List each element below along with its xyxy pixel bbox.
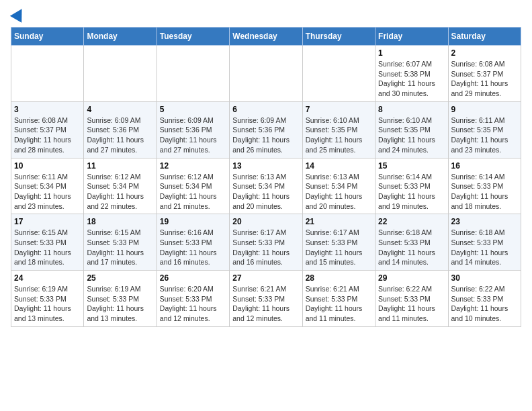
- day-number: 14: [306, 161, 372, 171]
- weekday-label: Thursday: [302, 28, 375, 46]
- day-number: 1: [378, 48, 445, 58]
- day-info: Sunrise: 6:10 AMSunset: 5:35 PMDaylight:…: [306, 116, 372, 155]
- day-number: 6: [232, 105, 299, 114]
- day-number: 4: [87, 105, 153, 114]
- day-info: Sunrise: 6:14 AMSunset: 5:33 PMDaylight:…: [451, 172, 518, 212]
- day-number: 29: [378, 273, 445, 283]
- page-header: [11, 11, 521, 20]
- calendar-cell: [157, 46, 229, 102]
- day-info: Sunrise: 6:12 AMSunset: 5:34 PMDaylight:…: [87, 172, 153, 212]
- calendar-week-row: 1Sunrise: 6:07 AMSunset: 5:38 PMDaylight…: [11, 46, 521, 102]
- calendar-cell: 10Sunrise: 6:11 AMSunset: 5:34 PMDayligh…: [11, 158, 84, 214]
- day-info: Sunrise: 6:22 AMSunset: 5:33 PMDaylight:…: [378, 284, 445, 324]
- day-info: Sunrise: 6:17 AMSunset: 5:33 PMDaylight:…: [232, 228, 299, 267]
- calendar-cell: 29Sunrise: 6:22 AMSunset: 5:33 PMDayligh…: [375, 271, 448, 327]
- calendar-cell: 3Sunrise: 6:08 AMSunset: 5:37 PMDaylight…: [11, 101, 84, 158]
- calendar-cell: 18Sunrise: 6:15 AMSunset: 5:33 PMDayligh…: [84, 214, 157, 271]
- calendar-cell: 5Sunrise: 6:09 AMSunset: 5:36 PMDaylight…: [157, 101, 229, 158]
- calendar-cell: 4Sunrise: 6:09 AMSunset: 5:36 PMDaylight…: [84, 101, 157, 158]
- day-info: Sunrise: 6:19 AMSunset: 5:33 PMDaylight:…: [14, 284, 81, 324]
- day-number: 30: [451, 273, 518, 283]
- day-number: 20: [232, 217, 299, 226]
- calendar-cell: 27Sunrise: 6:21 AMSunset: 5:33 PMDayligh…: [230, 271, 302, 327]
- day-info: Sunrise: 6:13 AMSunset: 5:34 PMDaylight:…: [232, 172, 299, 212]
- day-number: 17: [14, 217, 81, 226]
- calendar-cell: 23Sunrise: 6:18 AMSunset: 5:33 PMDayligh…: [448, 214, 521, 271]
- calendar-cell: 16Sunrise: 6:14 AMSunset: 5:33 PMDayligh…: [448, 158, 521, 214]
- calendar-cell: [302, 46, 375, 102]
- day-info: Sunrise: 6:13 AMSunset: 5:34 PMDaylight:…: [306, 172, 372, 212]
- day-info: Sunrise: 6:19 AMSunset: 5:33 PMDaylight:…: [87, 284, 153, 324]
- calendar-cell: 11Sunrise: 6:12 AMSunset: 5:34 PMDayligh…: [84, 158, 157, 214]
- calendar-table: SundayMondayTuesdayWednesdayThursdayFrid…: [11, 27, 521, 327]
- calendar-cell: 22Sunrise: 6:18 AMSunset: 5:33 PMDayligh…: [375, 214, 448, 271]
- calendar-cell: 9Sunrise: 6:11 AMSunset: 5:35 PMDaylight…: [448, 101, 521, 158]
- day-number: 18: [87, 217, 153, 226]
- calendar-cell: 7Sunrise: 6:10 AMSunset: 5:35 PMDaylight…: [302, 101, 375, 158]
- day-info: Sunrise: 6:16 AMSunset: 5:33 PMDaylight:…: [160, 228, 226, 267]
- calendar-cell: 13Sunrise: 6:13 AMSunset: 5:34 PMDayligh…: [230, 158, 302, 214]
- day-info: Sunrise: 6:09 AMSunset: 5:36 PMDaylight:…: [232, 116, 299, 155]
- day-number: 27: [232, 273, 299, 283]
- calendar-cell: 30Sunrise: 6:22 AMSunset: 5:33 PMDayligh…: [448, 271, 521, 327]
- calendar-week-row: 10Sunrise: 6:11 AMSunset: 5:34 PMDayligh…: [11, 158, 521, 214]
- day-info: Sunrise: 6:08 AMSunset: 5:37 PMDaylight:…: [14, 116, 81, 155]
- day-number: 26: [160, 273, 226, 283]
- weekday-label: Tuesday: [157, 28, 229, 46]
- logo-triangle-icon: [10, 5, 28, 23]
- weekday-label: Saturday: [448, 28, 521, 46]
- day-number: 5: [160, 105, 226, 114]
- day-info: Sunrise: 6:15 AMSunset: 5:33 PMDaylight:…: [14, 228, 81, 267]
- day-number: 15: [378, 161, 445, 171]
- calendar-cell: [11, 46, 84, 102]
- calendar-week-row: 24Sunrise: 6:19 AMSunset: 5:33 PMDayligh…: [11, 271, 521, 327]
- day-info: Sunrise: 6:14 AMSunset: 5:33 PMDaylight:…: [378, 172, 445, 212]
- calendar-cell: [230, 46, 302, 102]
- day-number: 25: [87, 273, 153, 283]
- day-info: Sunrise: 6:22 AMSunset: 5:33 PMDaylight:…: [451, 284, 518, 324]
- calendar-body: 1Sunrise: 6:07 AMSunset: 5:38 PMDaylight…: [11, 46, 521, 327]
- day-info: Sunrise: 6:12 AMSunset: 5:34 PMDaylight:…: [160, 172, 226, 212]
- day-number: 10: [14, 161, 81, 171]
- weekday-header-row: SundayMondayTuesdayWednesdayThursdayFrid…: [11, 28, 521, 46]
- day-info: Sunrise: 6:11 AMSunset: 5:35 PMDaylight:…: [451, 116, 518, 155]
- day-info: Sunrise: 6:10 AMSunset: 5:35 PMDaylight:…: [378, 116, 445, 155]
- day-number: 2: [451, 48, 518, 58]
- calendar-cell: 26Sunrise: 6:20 AMSunset: 5:33 PMDayligh…: [157, 271, 229, 327]
- day-info: Sunrise: 6:18 AMSunset: 5:33 PMDaylight:…: [451, 228, 518, 267]
- day-info: Sunrise: 6:18 AMSunset: 5:33 PMDaylight:…: [378, 228, 445, 267]
- calendar-cell: 12Sunrise: 6:12 AMSunset: 5:34 PMDayligh…: [157, 158, 229, 214]
- calendar-week-row: 3Sunrise: 6:08 AMSunset: 5:37 PMDaylight…: [11, 101, 521, 158]
- day-info: Sunrise: 6:20 AMSunset: 5:33 PMDaylight:…: [160, 284, 226, 324]
- day-number: 23: [451, 217, 518, 226]
- calendar-cell: 15Sunrise: 6:14 AMSunset: 5:33 PMDayligh…: [375, 158, 448, 214]
- day-number: 24: [14, 273, 81, 283]
- calendar-cell: 1Sunrise: 6:07 AMSunset: 5:38 PMDaylight…: [375, 46, 448, 102]
- calendar-cell: 8Sunrise: 6:10 AMSunset: 5:35 PMDaylight…: [375, 101, 448, 158]
- calendar-cell: 20Sunrise: 6:17 AMSunset: 5:33 PMDayligh…: [230, 214, 302, 271]
- weekday-label: Friday: [375, 28, 448, 46]
- day-info: Sunrise: 6:11 AMSunset: 5:34 PMDaylight:…: [14, 172, 81, 212]
- day-number: 22: [378, 217, 445, 226]
- day-number: 12: [160, 161, 226, 171]
- weekday-label: Wednesday: [230, 28, 302, 46]
- calendar-cell: 25Sunrise: 6:19 AMSunset: 5:33 PMDayligh…: [84, 271, 157, 327]
- day-info: Sunrise: 6:08 AMSunset: 5:37 PMDaylight:…: [451, 59, 518, 99]
- day-number: 8: [378, 105, 445, 114]
- day-number: 7: [306, 105, 372, 114]
- day-number: 11: [87, 161, 153, 171]
- calendar-week-row: 17Sunrise: 6:15 AMSunset: 5:33 PMDayligh…: [11, 214, 521, 271]
- calendar-cell: 2Sunrise: 6:08 AMSunset: 5:37 PMDaylight…: [448, 46, 521, 102]
- day-number: 19: [160, 217, 226, 226]
- day-info: Sunrise: 6:15 AMSunset: 5:33 PMDaylight:…: [87, 228, 153, 267]
- calendar-cell: 28Sunrise: 6:21 AMSunset: 5:33 PMDayligh…: [302, 271, 375, 327]
- day-number: 9: [451, 105, 518, 114]
- calendar-cell: 17Sunrise: 6:15 AMSunset: 5:33 PMDayligh…: [11, 214, 84, 271]
- weekday-label: Monday: [84, 28, 157, 46]
- day-info: Sunrise: 6:21 AMSunset: 5:33 PMDaylight:…: [306, 284, 372, 324]
- day-info: Sunrise: 6:21 AMSunset: 5:33 PMDaylight:…: [232, 284, 299, 324]
- day-number: 13: [232, 161, 299, 171]
- calendar-cell: 14Sunrise: 6:13 AMSunset: 5:34 PMDayligh…: [302, 158, 375, 214]
- day-info: Sunrise: 6:17 AMSunset: 5:33 PMDaylight:…: [306, 228, 372, 267]
- day-info: Sunrise: 6:07 AMSunset: 5:38 PMDaylight:…: [378, 59, 445, 99]
